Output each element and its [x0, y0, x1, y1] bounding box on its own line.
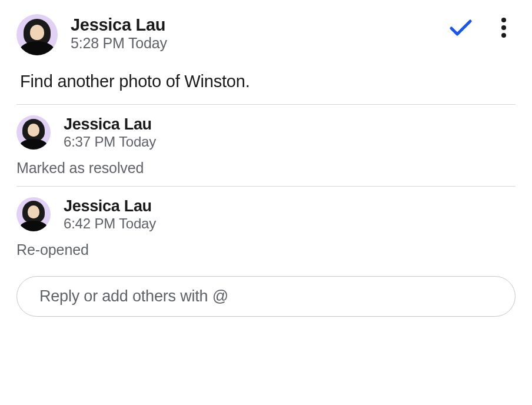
avatar — [16, 115, 51, 150]
comment-thread: Jessica Lau 5:28 PM Today Find — [0, 0, 532, 328]
comment-status-item: Jessica Lau 6:42 PM Today Re-opened — [16, 187, 516, 268]
comment-timestamp: 5:28 PM Today — [71, 35, 167, 52]
comment-actions — [450, 16, 511, 39]
comment-author: Jessica Lau — [71, 15, 167, 35]
comment-body: Find another photo of Winston. — [20, 72, 516, 91]
comment-author: Jessica Lau — [64, 197, 156, 215]
comment-meta: Jessica Lau 5:28 PM Today — [71, 14, 167, 52]
comment-timestamp: 6:37 PM Today — [64, 134, 156, 150]
svg-point-1 — [501, 25, 506, 30]
avatar — [16, 14, 58, 55]
svg-point-2 — [501, 33, 506, 38]
comment-timestamp: 6:42 PM Today — [64, 215, 156, 232]
resolve-checkmark-icon[interactable] — [450, 16, 472, 39]
comment-status-item: Jessica Lau 6:37 PM Today Marked as reso… — [16, 105, 516, 186]
comment-meta: Jessica Lau 6:42 PM Today — [64, 197, 156, 232]
comment-header: Jessica Lau 6:37 PM Today — [16, 115, 516, 150]
comment-status-text: Marked as resolved — [16, 160, 516, 177]
comment-header: Jessica Lau 6:42 PM Today — [16, 197, 516, 232]
svg-point-0 — [501, 18, 506, 22]
comment-author: Jessica Lau — [64, 115, 156, 134]
comment-meta: Jessica Lau 6:37 PM Today — [64, 115, 156, 150]
reply-input[interactable]: Reply or add others with @ — [16, 276, 516, 317]
more-options-icon[interactable] — [497, 16, 511, 39]
comment-status-text: Re-opened — [16, 241, 516, 258]
comment-header: Jessica Lau 5:28 PM Today — [16, 14, 516, 55]
avatar — [16, 197, 51, 231]
comment-item: Jessica Lau 5:28 PM Today Find — [16, 14, 516, 104]
